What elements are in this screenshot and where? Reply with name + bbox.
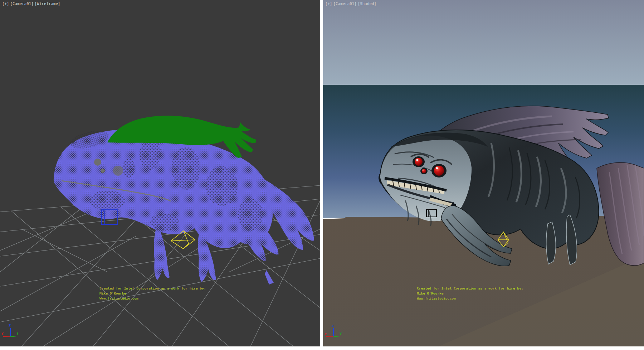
eye-red-large: [434, 166, 444, 176]
axis-z-label: z: [332, 324, 334, 328]
watermark-line2: Mike O'Rourke: [99, 291, 206, 296]
axis-y-label: y: [340, 331, 342, 335]
axis-x-label: X: [1, 332, 4, 336]
world-axis-gizmo: X Y Z: [1, 324, 21, 341]
viewport-wireframe[interactable]: [+][Camera01][Wireframe] Created for Int…: [0, 0, 320, 346]
fish-creature-wireframe[interactable]: [54, 116, 314, 285]
fish-fin-tip[interactable]: [265, 270, 274, 285]
viewport-split-layout: [+][Camera01][Wireframe] Created for Int…: [0, 0, 644, 350]
viewport-divider[interactable]: [320, 0, 323, 346]
viewport-camera-menu[interactable]: [Camera01]: [333, 1, 357, 6]
eye-red-medium: [415, 158, 423, 166]
watermark-line3: Www.fritzstudio.com: [417, 296, 523, 301]
watermark: Created for Intel Corporation as a work …: [417, 286, 523, 301]
watermark-line1: Created for Intel Corporation as a work …: [99, 286, 206, 291]
viewport-expand-menu[interactable]: [+]: [2, 1, 9, 6]
viewport-menu-right: [+][Camera01][Shaded]: [325, 1, 377, 6]
watermark-line1: Created for Intel Corporation as a work …: [417, 286, 523, 291]
axis-y-label: Y: [16, 331, 19, 335]
viewport-menu-left: [+][Camera01][Wireframe]: [2, 1, 62, 6]
viewport-expand-menu[interactable]: [+]: [325, 1, 332, 6]
eye-red-small: [422, 169, 426, 173]
watermark-line3: Www.fritzstudio.com: [99, 296, 206, 301]
viewport-camera-menu[interactable]: [Camera01]: [10, 1, 34, 6]
world-axis-gizmo: x y z: [324, 324, 344, 341]
axis-z-label: Z: [9, 324, 11, 328]
viewport-shading-menu[interactable]: [Wireframe]: [35, 1, 60, 6]
watermark: Created for Intel Corporation as a work …: [99, 286, 206, 301]
watermark-line2: Mike O'Rourke: [417, 291, 523, 296]
viewport-shading-menu[interactable]: [Shaded]: [358, 1, 376, 6]
sky-upper-band: [323, 0, 644, 85]
axis-x-label: x: [325, 332, 327, 336]
viewport-shaded[interactable]: [+][Camera01][Shaded] Created for Intel …: [323, 0, 644, 346]
